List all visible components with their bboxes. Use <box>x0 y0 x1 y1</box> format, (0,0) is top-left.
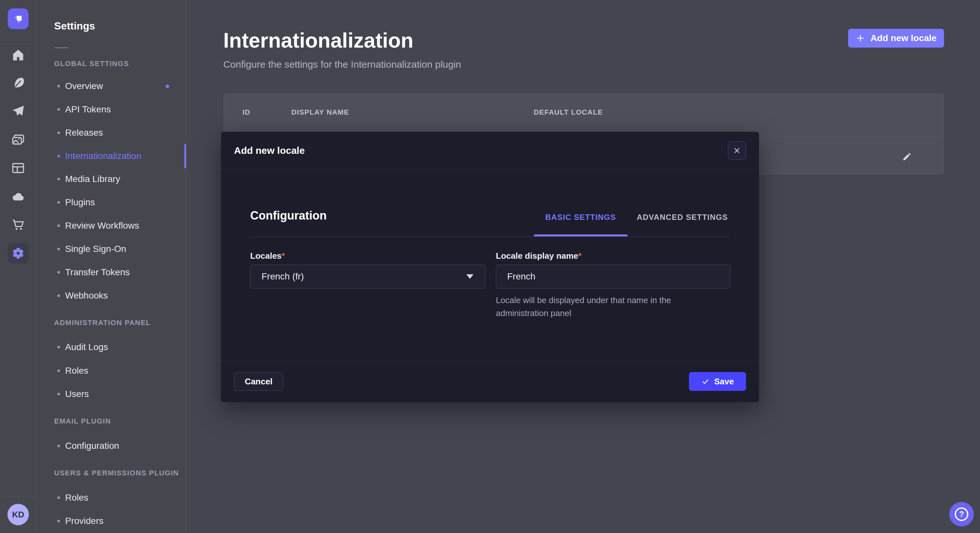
add-new-locale-button[interactable]: Add new locale <box>848 29 944 48</box>
chevron-down-icon <box>466 274 474 279</box>
media-library-icon[interactable] <box>11 132 25 147</box>
sidebar-item-transfer-tokens[interactable]: Transfer Tokens <box>54 263 180 281</box>
save-button[interactable]: Save <box>689 372 746 391</box>
bullet-icon <box>57 294 60 297</box>
bullet-icon <box>57 132 60 134</box>
bullet-icon <box>57 224 60 227</box>
sidebar-item-email-configuration[interactable]: Configuration <box>54 437 180 455</box>
settings-sidebar: Settings GLOBAL SETTINGS Overview API To… <box>37 0 186 533</box>
modal-section-title: Configuration <box>250 209 327 222</box>
bullet-icon <box>57 271 60 274</box>
bullet-icon <box>57 155 60 157</box>
bullet-icon <box>57 248 60 250</box>
add-locale-modal: Add new locale Configuration BASIC SETTI… <box>221 132 759 402</box>
sidebar-item-releases[interactable]: Releases <box>54 124 180 142</box>
sidebar-item-admin-roles[interactable]: Roles <box>54 362 180 380</box>
sidebar-title: Settings <box>54 20 95 32</box>
bullet-icon <box>57 85 60 87</box>
modal-footer: Cancel Save <box>221 361 759 402</box>
rail-divider-bottom <box>0 497 36 497</box>
section-email-plugin: EMAIL PLUGIN <box>54 417 111 425</box>
modal-title: Add new locale <box>234 145 305 156</box>
cloud-icon[interactable] <box>11 189 25 204</box>
strapi-logo[interactable] <box>8 8 29 29</box>
bullet-icon <box>57 201 60 204</box>
active-item-indicator <box>185 144 186 168</box>
home-icon[interactable] <box>11 48 25 62</box>
sidebar-title-divider <box>54 47 68 48</box>
tab-basic-settings[interactable]: BASIC SETTINGS <box>546 213 616 222</box>
page-title: Internationalization <box>223 29 414 52</box>
display-name-field-label: Locale display name* <box>496 251 581 261</box>
required-asterisk: * <box>282 251 285 261</box>
user-avatar[interactable]: KD <box>8 504 29 525</box>
bullet-icon <box>57 520 60 522</box>
locales-field-label: Locales* <box>250 251 285 261</box>
check-icon <box>701 377 710 385</box>
locales-select-value: French (fr) <box>261 271 304 282</box>
section-users-permissions-plugin: USERS & PERMISSIONS PLUGIN <box>54 469 179 477</box>
sidebar-item-api-tokens[interactable]: API Tokens <box>54 100 180 119</box>
strapi-logo-icon <box>12 12 25 25</box>
page-subtitle: Configure the settings for the Internati… <box>223 59 461 70</box>
sidebar-item-audit-logs[interactable]: Audit Logs <box>54 338 180 356</box>
display-name-hint: Locale will be displayed under that name… <box>496 294 716 320</box>
sidebar-item-review-workflows[interactable]: Review Workflows <box>54 217 180 235</box>
sidebar-item-up-providers[interactable]: Providers <box>54 512 180 530</box>
bullet-icon <box>57 346 60 348</box>
cancel-button[interactable]: Cancel <box>234 372 283 391</box>
pencil-icon <box>901 151 913 163</box>
bullet-icon <box>57 108 60 111</box>
sidebar-item-admin-users[interactable]: Users <box>54 385 180 403</box>
sidebar-item-webhooks[interactable]: Webhooks <box>54 287 180 305</box>
modal-tabs: BASIC SETTINGS ADVANCED SETTINGS <box>546 213 728 222</box>
bullet-icon <box>57 393 60 395</box>
notification-dot-icon <box>165 84 169 88</box>
paper-plane-icon[interactable] <box>11 104 25 118</box>
bullet-icon <box>57 370 60 372</box>
rail-divider-top <box>0 43 36 43</box>
required-asterisk: * <box>578 251 581 261</box>
column-header-default-locale: DEFAULT LOCALE <box>534 108 603 117</box>
section-administration-panel: ADMINISTRATION PANEL <box>54 319 151 327</box>
column-header-id: ID <box>242 108 250 117</box>
bullet-icon <box>57 444 60 447</box>
question-mark-icon: ? <box>955 508 968 521</box>
help-button[interactable]: ? <box>949 502 974 527</box>
close-icon <box>733 147 741 154</box>
edit-locale-button[interactable] <box>898 148 915 165</box>
avatar-initials: KD <box>12 510 24 520</box>
feather-icon[interactable] <box>11 76 25 90</box>
sidebar-item-internationalization[interactable]: Internationalization <box>54 147 180 165</box>
locales-select[interactable]: French (fr) <box>250 265 485 289</box>
modal-header: Add new locale <box>221 132 759 169</box>
section-global-settings: GLOBAL SETTINGS <box>54 60 129 68</box>
modal-close-button[interactable] <box>728 141 746 160</box>
settings-icon-active[interactable] <box>8 243 29 263</box>
layout-icon[interactable] <box>11 161 25 175</box>
sidebar-item-single-sign-on[interactable]: Single Sign-On <box>54 240 180 258</box>
sidebar-item-overview[interactable]: Overview <box>54 77 180 95</box>
sidebar-item-media-library[interactable]: Media Library <box>54 170 180 188</box>
sidebar-item-plugins[interactable]: Plugins <box>54 194 180 211</box>
column-header-display-name: DISPLAY NAME <box>291 108 349 117</box>
bullet-icon <box>57 178 60 180</box>
tab-advanced-settings[interactable]: ADVANCED SETTINGS <box>637 213 728 222</box>
bullet-icon <box>57 497 60 499</box>
display-name-input[interactable] <box>496 265 730 289</box>
gear-icon <box>11 246 25 260</box>
cart-icon[interactable] <box>11 217 25 232</box>
plus-icon <box>856 33 865 43</box>
tabs-divider <box>250 236 730 237</box>
sidebar-item-up-roles[interactable]: Roles <box>54 489 180 507</box>
icon-rail: KD <box>0 0 37 533</box>
